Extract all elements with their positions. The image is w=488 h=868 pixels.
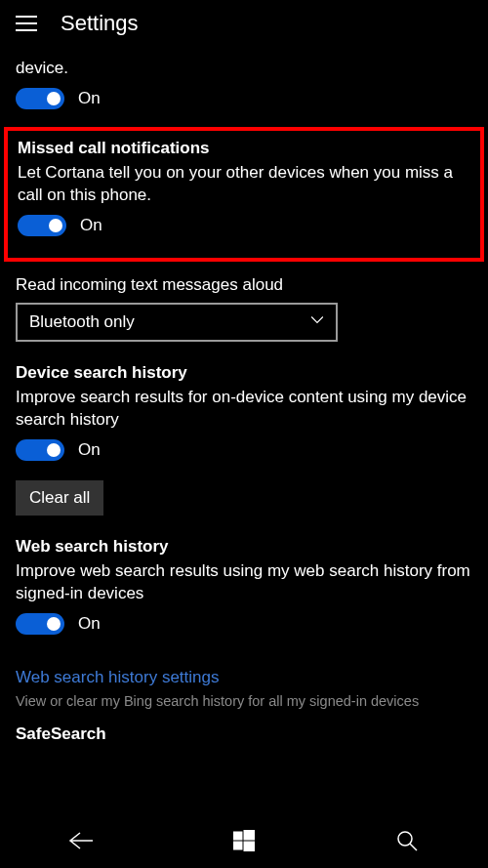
web-history-settings-desc: View or clear my Bing search history for… — [16, 693, 472, 709]
svg-point-4 — [398, 832, 412, 846]
menu-icon[interactable] — [16, 16, 37, 31]
windows-start-icon[interactable] — [226, 823, 262, 858]
missed-call-desc: Let Cortana tell you on your other devic… — [18, 162, 470, 207]
page-title: Settings — [61, 11, 139, 36]
web-history-settings-link[interactable]: Web search history settings — [16, 668, 472, 687]
dropdown-value: Bluetooth only — [29, 312, 135, 332]
system-navbar — [0, 811, 488, 868]
device-history-title: Device search history — [16, 363, 472, 383]
read-aloud-dropdown[interactable]: Bluetooth only — [16, 303, 338, 342]
missed-call-title: Missed call notifications — [18, 139, 470, 158]
back-icon[interactable] — [63, 823, 99, 858]
toggle-prev[interactable] — [16, 88, 64, 109]
safesearch-title: SafeSearch — [16, 724, 472, 744]
search-icon[interactable] — [389, 823, 425, 858]
missed-call-toggle-row: On — [18, 215, 470, 236]
toggle-row-prev: On — [16, 88, 472, 109]
device-history-toggle-label: On — [78, 440, 101, 460]
missed-call-highlight: Missed call notifications Let Cortana te… — [4, 127, 484, 262]
settings-content: device. On Missed call notifications Let… — [0, 47, 488, 811]
web-history-desc: Improve web search results using my web … — [16, 560, 472, 605]
missed-call-toggle[interactable] — [18, 215, 66, 236]
web-history-toggle-row: On — [16, 613, 472, 635]
svg-rect-0 — [233, 832, 242, 840]
device-history-desc: Improve search results for on-device con… — [16, 387, 472, 432]
missed-call-toggle-label: On — [80, 216, 102, 235]
toggle-prev-label: On — [78, 89, 101, 108]
svg-rect-1 — [244, 830, 255, 840]
web-history-toggle-label: On — [78, 614, 101, 634]
web-history-toggle[interactable] — [16, 613, 64, 635]
device-history-toggle[interactable] — [16, 439, 64, 461]
chevron-down-icon — [310, 312, 324, 332]
svg-rect-3 — [244, 842, 255, 851]
clear-all-button[interactable]: Clear all — [16, 480, 103, 516]
svg-rect-2 — [233, 842, 242, 849]
app-header: Settings — [0, 0, 488, 47]
web-history-title: Web search history — [16, 537, 472, 557]
read-aloud-label: Read incoming text messages aloud — [16, 275, 472, 295]
truncated-desc: device. — [16, 59, 472, 78]
device-history-toggle-row: On — [16, 439, 472, 461]
